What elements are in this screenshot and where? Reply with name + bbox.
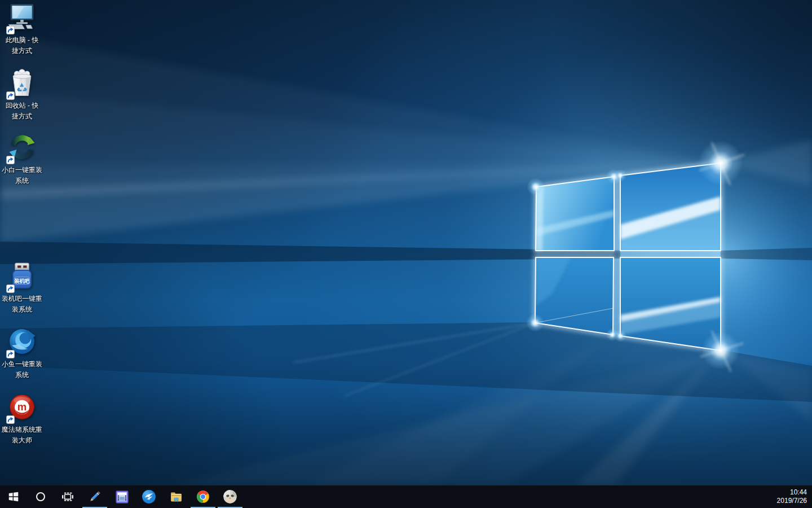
desktop-icon-xiaoyu[interactable]: 小鱼一键重装 系统 <box>0 326 44 380</box>
windows-start-icon <box>7 491 20 503</box>
shortcut-arrow-overlay <box>6 91 15 100</box>
desktop-icon-xiaobai[interactable]: 小白一键重装 系统 <box>0 132 44 186</box>
svg-text:m: m <box>17 401 27 413</box>
taskbar: 10:44 2019/7/26 <box>0 485 812 508</box>
pinned-app-file-explorer[interactable] <box>162 485 189 508</box>
cat-avatar-icon <box>223 489 237 504</box>
desktop-icon-label: 魔法猪系统重 装大师 <box>0 424 44 446</box>
desktop-icon-this-pc[interactable]: 此电脑 - 快 捷方式 <box>0 2 44 56</box>
chrome-icon <box>196 489 210 504</box>
desktop-icon-mofazhu[interactable]: m 魔法猪系统重 装大师 <box>0 392 44 446</box>
clock-time: 10:44 <box>790 488 807 497</box>
pinned-app-chrome[interactable] <box>189 485 217 508</box>
desktop-icon-label: 回收站 - 快 捷方式 <box>0 100 44 122</box>
desktop-icon-zhuangjiba[interactable]: 装机吧 装机吧一键重 装系统 <box>0 261 44 315</box>
search-button[interactable] <box>27 485 54 508</box>
pinned-app-wing-messenger[interactable] <box>135 485 162 508</box>
shortcut-arrow-overlay <box>6 26 15 34</box>
pinned-app-cat-avatar[interactable] <box>217 485 244 508</box>
desktop[interactable]: 此电脑 - 快 捷方式 <box>0 0 812 485</box>
shortcut-arrow-overlay <box>6 350 15 358</box>
pinned-app-pencil[interactable] <box>81 485 108 508</box>
shortcut-arrow-overlay <box>6 156 15 164</box>
desktop-icon-label: 小鱼一键重装 系统 <box>0 359 44 380</box>
clock-date: 2019/7/26 <box>777 497 807 505</box>
pinned-app-video-player[interactable] <box>108 485 135 508</box>
desktop-icon-label: 装机吧一键重 装系统 <box>0 294 44 315</box>
task-view-icon <box>61 490 74 503</box>
task-view-button[interactable] <box>54 485 81 508</box>
shortcut-arrow-overlay <box>6 284 15 293</box>
wing-messenger-icon <box>142 489 156 504</box>
taskbar-clock[interactable]: 10:44 2019/7/26 <box>777 485 812 508</box>
svg-text:装机吧: 装机吧 <box>14 278 30 284</box>
desktop-icon-label: 此电脑 - 快 捷方式 <box>0 35 44 56</box>
cortana-search-icon <box>34 491 47 503</box>
file-explorer-folder-icon <box>169 490 183 504</box>
desktop-icon-recycle-bin[interactable]: 回收站 - 快 捷方式 <box>0 68 44 122</box>
shortcut-arrow-overlay <box>6 415 15 424</box>
desktop-icon-label: 小白一键重装 系统 <box>0 165 44 186</box>
pencil-icon <box>87 489 102 504</box>
windows-desktop-screen: 此电脑 - 快 捷方式 <box>0 0 812 508</box>
film-strip-icon <box>115 490 129 504</box>
start-button[interactable] <box>0 485 27 508</box>
windows-hero-wallpaper <box>0 0 812 485</box>
